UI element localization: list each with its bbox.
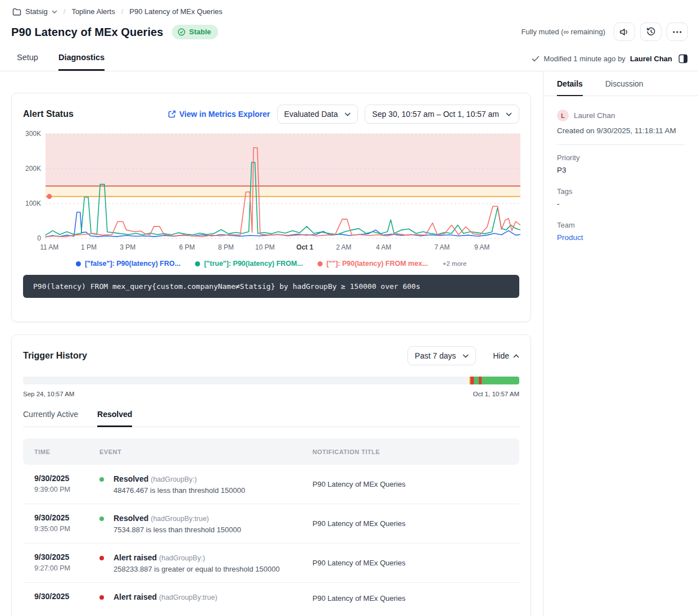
- divider: [557, 144, 685, 145]
- modified-info: Modified 1 minute ago by Laurel Chan: [532, 52, 689, 65]
- event-name: Resolved: [114, 514, 148, 523]
- event-name: Resolved: [114, 474, 148, 483]
- breadcrumb-project[interactable]: Statsig: [12, 7, 57, 16]
- trigger-history-title: Trigger History: [23, 351, 87, 361]
- team-link[interactable]: Product: [557, 233, 685, 242]
- notification-title: P90 Latency of MEx Queries: [312, 519, 508, 528]
- svg-text:300K: 300K: [25, 130, 41, 138]
- created-on-text: Created on 9/30/2025, 11:18:11 AM: [557, 126, 685, 135]
- timeline-end-label: Oct 1, 10:57 AM: [473, 391, 519, 397]
- svg-text:4 AM: 4 AM: [376, 243, 391, 251]
- creator-name[interactable]: Laurel Chan: [574, 111, 615, 120]
- svg-text:1 PM: 1 PM: [81, 243, 97, 251]
- speaker-icon: [619, 28, 629, 37]
- breadcrumb-item-topline-alerts[interactable]: Topline Alerts: [71, 7, 115, 16]
- svg-text:7 AM: 7 AM: [434, 243, 450, 251]
- svg-text:8 PM: 8 PM: [218, 243, 234, 251]
- event-date: 9/30/2025: [34, 513, 99, 522]
- field-priority: Priority P3: [557, 153, 685, 174]
- breadcrumb-root-label: Statsig: [25, 7, 48, 16]
- legend-item-false[interactable]: ["false"]: P90(latency) FRO...: [76, 260, 180, 268]
- event-date: 9/30/2025: [34, 474, 99, 483]
- query-code-block: P90(latency) FROM mex_query{custom.compa…: [23, 275, 519, 298]
- breadcrumb-item-current[interactable]: P90 Latency of MEx Queries: [129, 7, 222, 16]
- date-range-select[interactable]: Sep 30, 10:57 am – Oct 1, 10:57 am: [365, 105, 519, 124]
- app-window: Statsig / Topline Alerts / P90 Latency o…: [0, 0, 698, 616]
- event-detail: (hadGroupBy:): [151, 475, 197, 483]
- event-description: 258233.887 is greater or equal to thresh…: [114, 565, 280, 573]
- events-table: TIME EVENT NOTIFICATION TITLE 9/30/20259…: [23, 438, 519, 613]
- event-status-dot: [99, 595, 104, 600]
- alert-status-chart[interactable]: 0100K200K300K11 AM1 PM3 PM6 PM8 PM10 PMO…: [23, 129, 520, 257]
- header: Statsig / Topline Alerts / P90 Latency o…: [0, 0, 698, 71]
- field-label: Tags: [557, 187, 685, 196]
- svg-text:200K: 200K: [25, 165, 41, 173]
- table-row[interactable]: 9/30/20259:27:00 PM Alert raised(hadGrou…: [23, 543, 519, 583]
- timeline-segment: [482, 377, 519, 384]
- notification-title: P90 Latency of MEx Queries: [312, 559, 508, 567]
- muted-status-text: Fully muted (∞ remaining): [522, 28, 605, 36]
- event-date: 9/30/2025: [34, 592, 99, 601]
- tab-details[interactable]: Details: [557, 79, 583, 96]
- svg-text:Oct 1: Oct 1: [296, 243, 313, 251]
- breadcrumb-separator: /: [62, 7, 67, 16]
- svg-text:6 PM: 6 PM: [179, 243, 195, 251]
- notification-title: P90 Latency of MEx Queries: [312, 594, 508, 603]
- notification-title: P90 Latency of MEx Queries: [312, 480, 508, 488]
- main-tabs: Setup Diagnostics: [17, 53, 105, 71]
- tab-resolved[interactable]: Resolved: [97, 410, 132, 427]
- breadcrumb: Statsig / Topline Alerts / P90 Latency o…: [12, 7, 223, 16]
- legend-dot-blue: [76, 261, 81, 266]
- breadcrumb-separator: /: [120, 7, 125, 16]
- legend-item-true[interactable]: ["true"]: P90(latency) FROM...: [195, 260, 303, 268]
- event-name: Alert raised: [114, 592, 157, 601]
- svg-text:3 PM: 3 PM: [120, 243, 135, 251]
- alert-status-title: Alert Status: [23, 109, 74, 119]
- chevron-down-icon: [463, 354, 469, 358]
- more-options-button[interactable]: [667, 22, 688, 41]
- chevron-down-icon: [345, 112, 351, 116]
- time-range-select[interactable]: Past 7 days: [407, 346, 476, 365]
- panel-toggle-icon: [678, 54, 688, 64]
- svg-text:0: 0: [37, 234, 41, 242]
- table-row[interactable]: 9/30/20259:39:00 PM Resolved(hadGroupBy:…: [23, 465, 519, 504]
- tab-currently-active[interactable]: Currently Active: [23, 410, 78, 427]
- tab-setup[interactable]: Setup: [17, 53, 38, 71]
- legend-more[interactable]: +2 more: [443, 260, 467, 267]
- history-button[interactable]: [640, 22, 661, 41]
- evaluated-data-select[interactable]: Evaluated Data: [277, 105, 359, 124]
- event-status-dot: [99, 517, 104, 521]
- sidebar-tabs: Details Discussion: [543, 71, 698, 96]
- view-in-metrics-explorer-link[interactable]: View in Metrics Explorer: [168, 110, 270, 119]
- table-header: TIME EVENT NOTIFICATION TITLE: [23, 438, 519, 465]
- details-sidebar: Details Discussion L Laurel Chan Created…: [543, 71, 698, 616]
- svg-text:10 PM: 10 PM: [255, 243, 275, 251]
- side-panel-toggle-button[interactable]: [677, 52, 689, 65]
- field-tags: Tags -: [557, 187, 685, 208]
- tab-discussion[interactable]: Discussion: [605, 79, 643, 96]
- table-row[interactable]: 9/30/2025 Alert raised(hadGroupBy:true) …: [23, 583, 519, 613]
- folder-icon: [12, 8, 21, 16]
- event-detail: (hadGroupBy:true): [159, 594, 217, 601]
- timeline-segment: [23, 377, 469, 384]
- trigger-timeline-bar[interactable]: [23, 377, 519, 384]
- chevron-down-icon: [52, 10, 57, 13]
- table-row[interactable]: 9/30/20259:35:00 PM Resolved(hadGroupBy:…: [23, 504, 519, 543]
- trigger-history-card: Trigger History Past 7 days Hide Sep 24,…: [11, 334, 531, 616]
- status-badge-label: Stable: [189, 28, 211, 36]
- field-value: -: [557, 200, 685, 208]
- hide-toggle[interactable]: Hide: [493, 351, 519, 360]
- event-date: 9/30/2025: [34, 552, 99, 561]
- avatar: L: [557, 110, 569, 121]
- legend-item-empty[interactable]: [""]: P90(latency) FROM mex...: [318, 260, 428, 268]
- mute-button[interactable]: [614, 22, 635, 41]
- chevron-down-icon: [506, 112, 512, 116]
- main-content: Alert Status View in Metrics Explorer Ev…: [0, 71, 543, 616]
- event-status-dot: [99, 477, 104, 482]
- tab-diagnostics[interactable]: Diagnostics: [58, 53, 105, 71]
- history-clock-icon: [646, 27, 656, 37]
- field-label: Priority: [557, 153, 685, 162]
- check-icon: [532, 56, 540, 62]
- timeline-start-label: Sep 24, 10:57 AM: [23, 391, 74, 397]
- modified-text: Modified 1 minute ago by: [544, 55, 626, 63]
